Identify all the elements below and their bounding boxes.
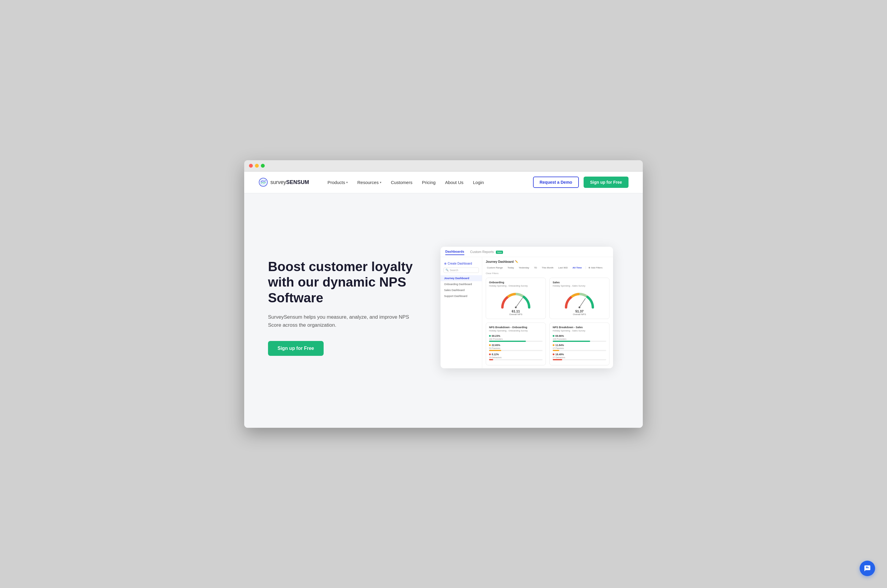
promoters-count-sales: 103 Promoters xyxy=(553,338,606,340)
sidebar-item-support[interactable]: Support Dashboard xyxy=(440,293,482,299)
traffic-lights xyxy=(249,164,265,168)
hero-title: Boost customer loyalty with our dynamic … xyxy=(268,259,417,306)
nav-pricing[interactable]: Pricing xyxy=(418,177,440,187)
breakdown-promoters-sales: 69.86% 103 Promoters xyxy=(553,334,606,342)
hero-text: Boost customer loyalty with our dynamic … xyxy=(268,259,417,356)
sales-gauge: -100 100 51.37 Overall NPS xyxy=(553,290,606,316)
hero-subtitle: SurveySensum helps you measure, analyze,… xyxy=(268,313,417,329)
dashboard-main: Journey Dashboard ✏️ Custom Range Today … xyxy=(482,257,613,368)
sales-breakdown-panel: NPS Breakdown - Sales Holiday Spending -… xyxy=(549,322,609,365)
onboarding-chart-title: Onboarding xyxy=(489,281,543,284)
breakdown-row: NPS Breakdown - Onboarding Holiday Spend… xyxy=(486,322,609,365)
breakdown-passives-sales: 11.84% 17 Passives xyxy=(553,344,606,351)
promoters-dot xyxy=(489,335,491,337)
svg-line-1 xyxy=(516,298,523,308)
sidebar-item-sales[interactable]: Sales Dashboard xyxy=(440,287,482,293)
onboarding-breakdown-subtitle: Holiday Spending - Onboarding Survey xyxy=(489,329,543,332)
passives-dot-sales xyxy=(553,344,555,346)
onboarding-breakdown-title: NPS Breakdown - Onboarding xyxy=(489,326,543,329)
sidebar-item-onboarding[interactable]: Onboarding Dashboard xyxy=(440,281,482,287)
sidebar-search[interactable]: 🔍 Search xyxy=(444,267,479,273)
new-badge: New xyxy=(496,250,503,254)
close-icon[interactable] xyxy=(249,164,253,168)
nav-about[interactable]: About Us xyxy=(441,177,468,187)
promoters-dot-sales xyxy=(553,335,555,337)
tab-custom-reports[interactable]: Custom Reports New xyxy=(470,250,503,255)
sidebar-header: ⊕ Create Dashboard xyxy=(440,261,482,267)
nav-resources[interactable]: Resources ▾ xyxy=(353,177,385,187)
sales-breakdown-subtitle: Holiday Spending - Sales Survey xyxy=(553,329,606,332)
tab-dashboards[interactable]: Dashboards xyxy=(445,250,464,255)
svg-line-5 xyxy=(579,298,585,308)
filter-icon: ⊕ xyxy=(588,266,591,269)
request-demo-button[interactable]: Request a Demo xyxy=(533,177,579,188)
svg-point-6 xyxy=(579,306,580,308)
logo[interactable]: surveySENSUM xyxy=(259,177,309,187)
sales-nps-label: Overall NPS xyxy=(573,313,586,316)
breakdown-detractors-onboarding: 8.12% 19 Detractors xyxy=(489,353,543,360)
filter-this-month[interactable]: This Month xyxy=(540,266,555,270)
sidebar-item-journey[interactable]: Journey Dashboard xyxy=(440,275,482,281)
nav-links: Products ▾ Resources ▾ Customers Pricing… xyxy=(323,177,628,188)
chat-icon xyxy=(864,565,871,572)
browser-window: surveySENSUM Products ▾ Resources ▾ Cust… xyxy=(244,160,643,428)
logo-icon xyxy=(259,177,268,187)
passives-dot xyxy=(489,344,491,346)
nav-customers[interactable]: Customers xyxy=(387,177,417,187)
charts-row: Onboarding Holiday Spending - Onboarding… xyxy=(486,278,609,319)
sales-chart-title: Sales xyxy=(553,281,606,284)
hero-image: Dashboards Custom Reports New ⊕ xyxy=(434,247,619,368)
detractors-count: 19 Detractors xyxy=(489,356,543,358)
signup-nav-button[interactable]: Sign up for Free xyxy=(583,177,628,188)
svg-point-0 xyxy=(259,178,268,186)
minimize-icon[interactable] xyxy=(255,164,259,168)
onboarding-nps-value: 61.11 xyxy=(512,309,520,313)
navbar: surveySENSUM Products ▾ Resources ▾ Cust… xyxy=(244,171,643,193)
nav-login[interactable]: Login xyxy=(469,177,488,187)
filter-today[interactable]: Today xyxy=(506,266,515,270)
filter-custom-range[interactable]: Custom Range xyxy=(486,266,504,270)
chevron-down-icon: ▾ xyxy=(346,181,348,184)
chat-bubble[interactable] xyxy=(860,561,875,576)
plus-icon: ⊕ xyxy=(444,262,447,265)
logo-text: surveySENSUM xyxy=(271,179,309,186)
onboarding-breakdown-panel: NPS Breakdown - Onboarding Holiday Spend… xyxy=(486,322,546,365)
dashboard-body: ⊕ Create Dashboard 🔍 Search Journey Dash… xyxy=(440,257,613,368)
detractors-dot-sales xyxy=(553,354,555,355)
browser-content: surveySENSUM Products ▾ Resources ▾ Cust… xyxy=(244,171,643,428)
detractors-count-sales: 27 Detractors xyxy=(553,356,606,358)
promoters-count: 162 Promoters xyxy=(489,338,543,340)
filter-7d[interactable]: 7D xyxy=(533,266,538,270)
breakdown-promoters-onboarding: 69.23% 162 Promoters xyxy=(489,334,543,342)
filter-all-time[interactable]: All Time xyxy=(571,266,583,270)
passives-count: 53 Passives xyxy=(489,347,543,349)
breakdown-passives-onboarding: 22.65% 53 Passives xyxy=(489,344,543,351)
dashboard-tabs: Dashboards Custom Reports New xyxy=(440,247,613,257)
breakdown-detractors-sales: 18.49% 27 Detractors xyxy=(553,353,606,360)
sales-nps-value: 51.37 xyxy=(575,309,583,313)
search-icon: 🔍 xyxy=(446,269,448,272)
onboarding-nps-label: Overall NPS xyxy=(509,313,522,316)
onboarding-chart-panel: Onboarding Holiday Spending - Onboarding… xyxy=(486,278,546,319)
dashboard-filters: Custom Range Today Yesterday 7D This Mon… xyxy=(486,266,609,274)
dashboard-title: Journey Dashboard ✏️ xyxy=(486,260,609,263)
filter-yesterday[interactable]: Yesterday xyxy=(517,266,530,270)
maximize-icon[interactable] xyxy=(261,164,265,168)
onboarding-chart-subtitle: Holiday Spending - Onboarding Survey xyxy=(489,285,543,287)
detractors-dot xyxy=(489,354,491,355)
signup-hero-button[interactable]: Sign up for Free xyxy=(268,341,324,356)
nav-products[interactable]: Products ▾ xyxy=(323,177,352,187)
clear-filters-button[interactable]: Clear Filters xyxy=(486,272,499,274)
dashboard-sidebar: ⊕ Create Dashboard 🔍 Search Journey Dash… xyxy=(440,257,482,368)
browser-chrome xyxy=(244,160,643,171)
create-dashboard-button[interactable]: ⊕ Create Dashboard xyxy=(444,262,472,265)
chevron-down-icon: ▾ xyxy=(380,181,381,184)
sales-chart-panel: Sales Holiday Spending - Sales Survey xyxy=(549,278,609,319)
svg-point-2 xyxy=(515,306,517,308)
onboarding-gauge: -100 100 61.11 Overall NPS xyxy=(489,290,543,316)
filter-last-90d[interactable]: Last 90D xyxy=(557,266,569,270)
edit-icon[interactable]: ✏️ xyxy=(515,260,518,263)
sales-chart-subtitle: Holiday Spending - Sales Survey xyxy=(553,285,606,287)
add-filters-button[interactable]: ⊕ Add Filters xyxy=(588,266,602,269)
dashboard-card: Dashboards Custom Reports New ⊕ xyxy=(440,247,613,368)
